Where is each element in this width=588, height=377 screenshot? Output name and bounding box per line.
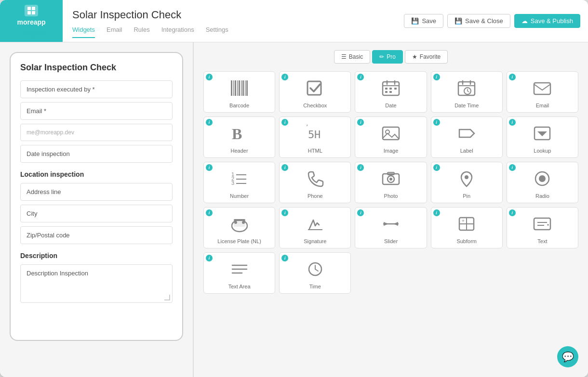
cancel-button[interactable]: ← Cancel xyxy=(17,30,45,37)
textarea-icon xyxy=(227,259,252,280)
svg-rect-19 xyxy=(389,88,392,90)
text-label: Text xyxy=(537,238,547,244)
datetime-label: Date Time xyxy=(454,103,479,108)
widget-checkbox[interactable]: i Checkbox xyxy=(279,71,351,113)
svg-rect-35 xyxy=(383,127,399,140)
widget-phone[interactable]: i Phone xyxy=(279,162,351,203)
widget-textarea[interactable]: i Text Area xyxy=(203,252,275,294)
tab-pro[interactable]: ✏ Pro xyxy=(372,50,403,64)
widget-image[interactable]: i Image xyxy=(355,117,427,158)
widget-licenseplate[interactable]: i License Plate (NL) xyxy=(203,207,275,248)
widget-subform[interactable]: i + Subform xyxy=(431,207,503,248)
svg-line-29 xyxy=(468,91,469,92)
svg-rect-20 xyxy=(394,88,397,90)
widget-header[interactable]: i B Header xyxy=(203,117,275,158)
widget-barcode[interactable]: i Barcode xyxy=(203,71,275,113)
svg-point-47 xyxy=(389,178,392,181)
subform-label: Subform xyxy=(456,238,477,244)
widget-datetime[interactable]: i Date Time xyxy=(431,71,503,113)
svg-rect-65 xyxy=(534,218,550,230)
save-publish-button[interactable]: ☁ Save & Publish xyxy=(514,14,580,28)
time-label: Time xyxy=(309,284,321,289)
header: moreapp ← Cancel Solar Inspection Check … xyxy=(0,0,588,42)
html-icon: 5H xyxy=(303,123,327,144)
radio-label: Radio xyxy=(535,193,549,199)
save-button[interactable]: 💾 Save xyxy=(404,14,443,28)
logo-area: moreapp ← Cancel xyxy=(0,0,63,42)
image-icon xyxy=(379,123,403,144)
svg-point-49 xyxy=(465,175,468,179)
save-close-button[interactable]: 💾 Save & Close xyxy=(447,14,510,28)
field-date-inspection[interactable]: Date inspection xyxy=(20,145,173,163)
barcode-label: Barcode xyxy=(229,103,249,108)
widget-tabs: ☰ Basic ✏ Pro ★ Favorite xyxy=(203,50,578,64)
phone-icon xyxy=(303,168,327,189)
checkbox-icon xyxy=(303,78,327,99)
tab-settings[interactable]: Settings xyxy=(206,26,228,38)
content-wrapper: Solar Inspection Check Inspection execut… xyxy=(0,42,588,377)
tab-widgets[interactable]: Widgets xyxy=(72,26,95,38)
svg-rect-11 xyxy=(245,80,246,96)
widget-pin[interactable]: i Pin xyxy=(431,162,503,203)
save-close-icon: 💾 xyxy=(454,17,462,25)
header-main: Solar Inspection Check Widgets Email Rul… xyxy=(63,0,396,42)
tab-favorite[interactable]: ★ Favorite xyxy=(405,50,448,64)
widget-email[interactable]: i Email xyxy=(507,71,578,113)
svg-rect-1 xyxy=(32,7,35,10)
tab-rules[interactable]: Rules xyxy=(134,26,149,38)
tab-integrations[interactable]: Integrations xyxy=(161,26,194,38)
field-zip[interactable]: Zip/Postal code xyxy=(20,226,173,244)
svg-rect-9 xyxy=(241,80,242,96)
widget-panel: ☰ Basic ✏ Pro ★ Favorite xyxy=(194,42,588,377)
widget-radio[interactable]: i Radio xyxy=(507,162,578,203)
field-email-placeholder[interactable]: me@moreapp.dev xyxy=(20,124,173,141)
pin-icon xyxy=(454,168,479,189)
field-email[interactable]: Email * xyxy=(20,102,173,120)
widget-date[interactable]: i Date xyxy=(355,71,427,113)
svg-rect-6 xyxy=(235,80,236,96)
widget-lookup[interactable]: i Lookup xyxy=(507,117,578,158)
field-address-line[interactable]: Address line xyxy=(20,183,173,201)
widget-text[interactable]: i Text xyxy=(507,207,578,248)
svg-text:H: H xyxy=(314,129,321,141)
html-label: HTML xyxy=(308,148,322,154)
svg-rect-8 xyxy=(239,80,240,96)
datetime-icon xyxy=(454,78,479,99)
svg-marker-34 xyxy=(307,125,308,127)
chat-button[interactable]: 💬 xyxy=(557,346,578,367)
svg-rect-4 xyxy=(231,80,232,96)
svg-marker-60 xyxy=(393,222,398,226)
widget-html[interactable]: i 5H HTML xyxy=(279,117,351,158)
widget-signature[interactable]: i Signature xyxy=(279,207,351,248)
widgets-grid: i Barcode i Checkbox xyxy=(203,71,578,294)
pin-label: Pin xyxy=(463,193,470,199)
svg-rect-13 xyxy=(307,81,321,95)
tab-email[interactable]: Email xyxy=(107,26,122,38)
widget-time[interactable]: i Time xyxy=(279,252,351,294)
email-icon xyxy=(530,78,554,99)
form-preview-panel: Solar Inspection Check Inspection execut… xyxy=(0,42,193,377)
field-description[interactable]: Description Inspection xyxy=(20,264,173,303)
widget-slider[interactable]: i Slider xyxy=(355,207,427,248)
header-label: Header xyxy=(231,148,248,154)
widget-label[interactable]: i Label xyxy=(431,117,503,158)
field-city[interactable]: City xyxy=(20,205,173,222)
svg-rect-18 xyxy=(385,88,388,90)
svg-rect-22 xyxy=(389,91,392,93)
field-inspection-executed[interactable]: Inspection executed by * xyxy=(20,80,173,98)
chat-icon: 💬 xyxy=(562,351,574,363)
number-icon: 1 2 3 xyxy=(227,168,252,189)
page-title: Solar Inspection Check xyxy=(72,0,387,26)
phone-label: Phone xyxy=(307,193,323,199)
svg-rect-5 xyxy=(233,80,234,96)
licenseplate-label: License Plate (NL) xyxy=(217,238,261,244)
textarea-label: Text Area xyxy=(228,284,251,289)
svg-rect-2 xyxy=(27,11,31,14)
svg-point-54 xyxy=(234,221,237,224)
section-location: Location inspection xyxy=(20,170,173,178)
svg-line-73 xyxy=(315,269,318,271)
svg-rect-0 xyxy=(27,7,31,10)
tab-basic[interactable]: ☰ Basic xyxy=(334,50,370,64)
widget-number[interactable]: i 1 2 3 Number xyxy=(203,162,275,203)
widget-photo[interactable]: i Photo xyxy=(355,162,427,203)
